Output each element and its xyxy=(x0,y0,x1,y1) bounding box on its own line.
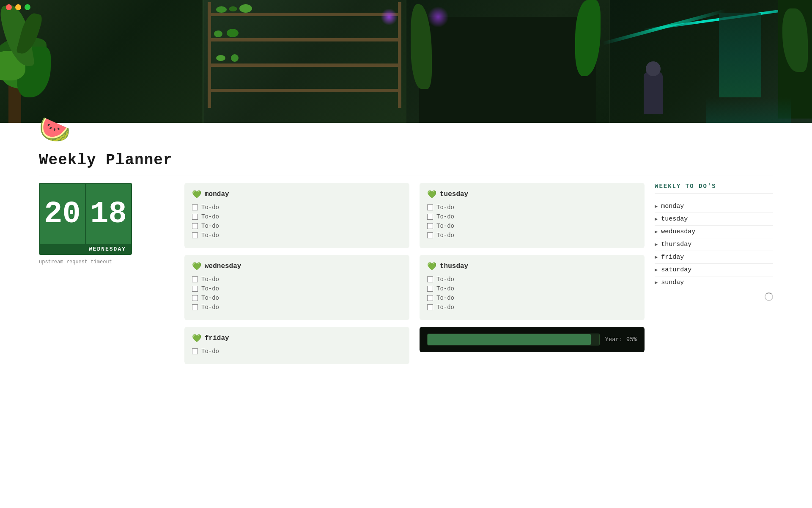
thursday-header: 💚 thusday xyxy=(427,262,637,271)
traffic-lights xyxy=(6,4,30,10)
weekly-item-friday[interactable]: ▶ friday xyxy=(655,251,773,264)
wednesday-checkbox-2[interactable] xyxy=(192,286,198,292)
weekly-day-monday: monday xyxy=(661,203,684,210)
monday-label: monday xyxy=(205,190,229,198)
thursday-todo-label-1: To-do xyxy=(436,276,454,283)
thursday-checkbox-4[interactable] xyxy=(427,304,433,310)
weekly-day-wednesday: wednesday xyxy=(661,228,695,235)
page-title: Weekly Planner xyxy=(39,152,773,169)
wednesday-todo-2[interactable]: To-do xyxy=(192,285,402,292)
right-day-column: 💚 tuesday To-do To-do To-do To-do xyxy=(420,183,645,352)
thursday-todo-4[interactable]: To-do xyxy=(427,304,637,311)
calendar-num2: 18 xyxy=(86,184,131,244)
wednesday-label: wednesday xyxy=(205,262,241,270)
weekly-item-sunday[interactable]: ▶ sunday xyxy=(655,276,773,289)
wednesday-todo-label-4: To-do xyxy=(201,304,219,311)
chevron-right-icon-thursday: ▶ xyxy=(655,241,658,248)
monday-checkbox-3[interactable] xyxy=(192,223,198,229)
calendar-widget: 20 18 WEDNESDAY upstream request timeout xyxy=(39,183,174,265)
weekly-day-tuesday: tuesday xyxy=(661,215,688,223)
weekly-item-thursday[interactable]: ▶ thursday xyxy=(655,238,773,251)
tuesday-todo-1[interactable]: To-do xyxy=(427,204,637,211)
minimize-button[interactable] xyxy=(15,4,21,10)
tuesday-checkbox-1[interactable] xyxy=(427,204,433,210)
wednesday-checkbox-3[interactable] xyxy=(192,295,198,301)
weekly-day-thursday: thursday xyxy=(661,241,691,248)
chevron-right-icon-wednesday: ▶ xyxy=(655,229,658,235)
thursday-todo-label-4: To-do xyxy=(436,304,454,311)
thursday-checkbox-1[interactable] xyxy=(427,276,433,282)
tuesday-todo-label-2: To-do xyxy=(436,213,454,220)
loading-spinner xyxy=(765,293,773,301)
wednesday-heart-icon: 💚 xyxy=(192,262,201,271)
friday-header: 💚 friday xyxy=(192,334,402,343)
wednesday-checkbox-4[interactable] xyxy=(192,304,198,310)
wednesday-todo-4[interactable]: To-do xyxy=(192,304,402,311)
friday-heart-icon: 💚 xyxy=(192,334,201,343)
page-divider xyxy=(39,176,773,176)
year-progress-card: Year: 95% xyxy=(420,327,645,352)
tuesday-todo-2[interactable]: To-do xyxy=(427,213,637,220)
tuesday-header: 💚 tuesday xyxy=(427,190,637,199)
close-button[interactable] xyxy=(6,4,12,10)
avatar-icon: 🍉 xyxy=(39,114,73,148)
friday-checkbox-1[interactable] xyxy=(192,348,198,354)
chevron-right-icon-monday: ▶ xyxy=(655,203,658,210)
wednesday-header: 💚 wednesday xyxy=(192,262,402,271)
weekly-item-monday[interactable]: ▶ monday xyxy=(655,200,773,213)
tuesday-todo-3[interactable]: To-do xyxy=(427,223,637,229)
friday-card: 💚 friday To-do xyxy=(184,327,409,364)
wednesday-todo-1[interactable]: To-do xyxy=(192,276,402,283)
friday-todo-1[interactable]: To-do xyxy=(192,348,402,355)
monday-checkbox-1[interactable] xyxy=(192,204,198,210)
monday-todo-4[interactable]: To-do xyxy=(192,232,402,239)
weekly-item-wednesday[interactable]: ▶ wednesday xyxy=(655,226,773,238)
progress-label: Year: 95% xyxy=(605,336,637,343)
wednesday-checkbox-1[interactable] xyxy=(192,276,198,282)
friday-todo-label-1: To-do xyxy=(201,348,219,355)
monday-todo-2[interactable]: To-do xyxy=(192,213,402,220)
calendar-day: WEDNESDAY xyxy=(40,244,131,254)
weekly-item-saturday[interactable]: ▶ saturday xyxy=(655,264,773,276)
tuesday-checkbox-2[interactable] xyxy=(427,214,433,220)
chevron-right-icon-saturday: ▶ xyxy=(655,267,658,273)
thursday-todo-3[interactable]: To-do xyxy=(427,295,637,301)
weekly-day-saturday: saturday xyxy=(661,266,691,273)
thursday-heart-icon: 💚 xyxy=(427,262,436,271)
thursday-todo-2[interactable]: To-do xyxy=(427,285,637,292)
weekly-day-friday: friday xyxy=(661,254,684,261)
progress-bar-fill xyxy=(428,334,591,345)
tuesday-heart-icon: 💚 xyxy=(427,190,436,199)
banner-image xyxy=(0,0,812,123)
weekly-todos-sidebar: WEEKLY TO DO'S ▶ monday ▶ tuesday ▶ wedn… xyxy=(655,183,773,301)
tuesday-todo-4[interactable]: To-do xyxy=(427,232,637,239)
main-content: 20 18 WEDNESDAY upstream request timeout… xyxy=(0,183,812,381)
tuesday-todo-label-3: To-do xyxy=(436,223,454,229)
weekly-item-tuesday[interactable]: ▶ tuesday xyxy=(655,213,773,226)
wednesday-todo-3[interactable]: To-do xyxy=(192,295,402,301)
left-day-column: 💚 monday To-do To-do To-do To-do xyxy=(184,183,409,364)
monday-checkbox-2[interactable] xyxy=(192,214,198,220)
chevron-right-icon-tuesday: ▶ xyxy=(655,216,658,222)
tuesday-checkbox-4[interactable] xyxy=(427,232,433,238)
tuesday-todo-label-4: To-do xyxy=(436,232,454,239)
monday-todo-label-4: To-do xyxy=(201,232,219,239)
avatar-area: 🍉 xyxy=(0,114,812,148)
thursday-checkbox-3[interactable] xyxy=(427,295,433,301)
wednesday-todo-label-3: To-do xyxy=(201,295,219,301)
monday-todo-1[interactable]: To-do xyxy=(192,204,402,211)
page-title-area: Weekly Planner xyxy=(0,148,812,169)
monday-todo-label-2: To-do xyxy=(201,213,219,220)
monday-heart-icon: 💚 xyxy=(192,190,201,199)
maximize-button[interactable] xyxy=(25,4,30,10)
progress-bar-container xyxy=(427,334,600,345)
monday-checkbox-4[interactable] xyxy=(192,232,198,238)
spinner-area xyxy=(655,289,773,301)
thursday-todo-1[interactable]: To-do xyxy=(427,276,637,283)
thursday-label: thusday xyxy=(440,262,468,270)
thursday-checkbox-2[interactable] xyxy=(427,286,433,292)
tuesday-checkbox-3[interactable] xyxy=(427,223,433,229)
tuesday-card: 💚 tuesday To-do To-do To-do To-do xyxy=(420,183,645,248)
tuesday-label: tuesday xyxy=(440,190,468,198)
monday-todo-3[interactable]: To-do xyxy=(192,223,402,229)
